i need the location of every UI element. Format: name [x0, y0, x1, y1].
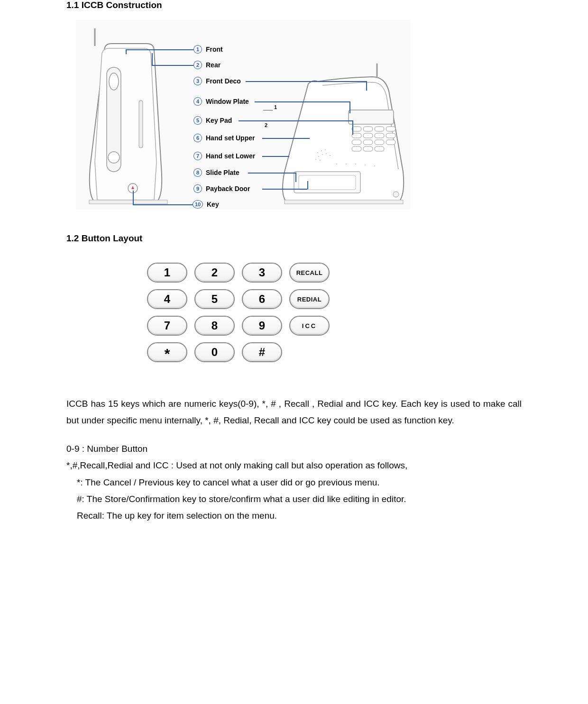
annot-num-1: 1: [193, 45, 202, 54]
svg-rect-19: [352, 146, 361, 151]
svg-point-25: [317, 152, 318, 153]
key-7: 7: [147, 316, 187, 336]
keypad-figure: 1 2 3 RECALL 4 5 6 REDIAL 7 8 9 ICC * 0 …: [147, 263, 337, 362]
svg-rect-9: [375, 127, 384, 131]
svg-rect-20: [363, 146, 373, 151]
svg-point-29: [322, 154, 323, 155]
def-line-5: Recall: The up key for item selection on…: [66, 507, 522, 524]
svg-rect-13: [375, 133, 384, 138]
svg-rect-11: [352, 133, 361, 138]
svg-point-33: [320, 160, 321, 161]
paragraph-keys-description: ICCB has 15 keys which are numeric keys(…: [66, 395, 522, 429]
key-0: 0: [194, 342, 235, 362]
annot-text-3: Front Deco: [206, 77, 241, 85]
annot-text-4: Window Plate: [206, 98, 249, 105]
key-1: 1: [147, 263, 187, 283]
mini-annot-1: 1: [274, 104, 277, 110]
device-front-drawing: [81, 25, 175, 205]
annot-num-2: 2: [193, 61, 202, 69]
svg-rect-15: [352, 140, 361, 145]
svg-point-26: [321, 150, 322, 151]
svg-rect-39: [285, 200, 403, 204]
key-6: 6: [242, 289, 282, 309]
svg-point-38: [374, 165, 375, 166]
def-line-3: *: The Cancel / Previous key to cancel w…: [66, 474, 522, 491]
annot-num-3: 3: [193, 77, 202, 85]
annot-text-2: Rear: [206, 61, 220, 69]
annot-text-8: Slide Plate: [206, 169, 239, 176]
svg-rect-17: [375, 140, 384, 145]
svg-rect-12: [363, 133, 373, 138]
key-hash: #: [242, 342, 282, 362]
svg-point-34: [336, 164, 337, 165]
key-9: 9: [242, 316, 282, 336]
svg-rect-3: [139, 101, 143, 148]
section-heading-1-1: 1.1 ICCB Construction: [66, 0, 522, 10]
annot-text-1: Front: [206, 46, 223, 53]
key-5: 5: [194, 289, 235, 309]
construction-figure: 1 Front 2 Rear 3 Front Deco 4 Window Pla…: [76, 20, 410, 210]
key-3: 3: [242, 263, 282, 283]
key-2: 2: [194, 263, 235, 283]
annot-text-9: Payback Door: [206, 185, 250, 192]
annot-num-5: 5: [193, 116, 202, 125]
svg-rect-5: [89, 200, 167, 204]
annot-num-9: 9: [193, 184, 202, 193]
key-recall: RECALL: [289, 263, 330, 283]
svg-rect-6: [349, 110, 394, 124]
key-8: 8: [194, 316, 235, 336]
annot-num-6: 6: [193, 134, 202, 142]
svg-point-30: [326, 153, 327, 154]
svg-rect-7: [352, 127, 361, 131]
annot-num-10: 10: [193, 200, 203, 209]
svg-point-32: [315, 159, 316, 160]
svg-point-28: [318, 156, 319, 157]
section-heading-1-2: 1.2 Button Layout: [66, 233, 522, 244]
svg-rect-14: [386, 133, 395, 138]
svg-point-31: [330, 155, 331, 156]
key-redial: REDIAL: [289, 289, 330, 309]
svg-rect-8: [363, 127, 373, 131]
def-line-2: *,#,Recall,Redial and ICC : Used at not …: [66, 457, 522, 474]
device-rear-drawing: [280, 63, 405, 205]
annot-text-6: Hand set Upper: [206, 134, 255, 142]
svg-rect-18: [386, 140, 395, 145]
svg-rect-10: [386, 127, 395, 131]
def-line-4: #: The Store/Confirmation key to store/c…: [66, 491, 522, 507]
key-icc: ICC: [289, 316, 330, 336]
key-4: 4: [147, 289, 187, 309]
annot-num-4: 4: [193, 97, 202, 106]
mini-annot-2: 2: [265, 122, 267, 128]
svg-point-35: [346, 164, 347, 165]
svg-point-37: [365, 165, 366, 165]
annot-text-5: Key Pad: [206, 117, 232, 124]
svg-point-1: [109, 73, 119, 90]
svg-rect-16: [363, 140, 373, 145]
svg-point-36: [355, 164, 356, 165]
svg-point-24: [393, 192, 399, 197]
annot-text-10: Key: [207, 201, 219, 208]
def-line-1: 0-9 : Number Button: [66, 440, 522, 457]
annot-num-8: 8: [193, 168, 202, 177]
svg-point-2: [108, 152, 119, 163]
annot-num-7: 7: [193, 152, 202, 160]
key-star: *: [147, 342, 187, 362]
definitions-block: 0-9 : Number Button *,#,Recall,Redial an…: [66, 440, 522, 524]
svg-rect-21: [375, 146, 384, 151]
annot-text-7: Hand set Lower: [206, 152, 255, 160]
svg-point-27: [325, 149, 326, 150]
